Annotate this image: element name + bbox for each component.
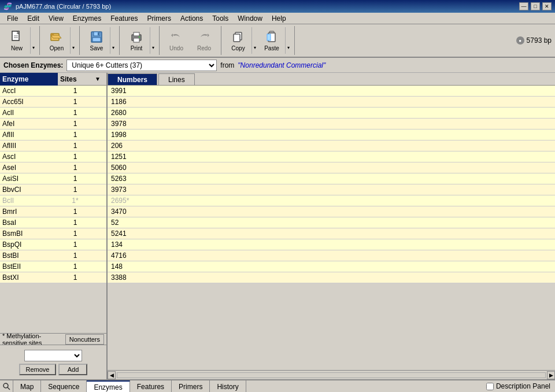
enzyme-row[interactable]: BstBI1	[0, 250, 106, 261]
menu-help[interactable]: Help	[267, 13, 291, 24]
enzyme-row[interactable]: AclI1	[0, 108, 106, 119]
menu-tools[interactable]: Tools	[208, 13, 233, 24]
enzyme-name: BstEII	[0, 262, 58, 271]
enzyme-sites: 1	[58, 153, 92, 161]
svg-point-11	[139, 36, 140, 38]
menu-file[interactable]: File	[2, 13, 23, 24]
undo-button[interactable]: Undo	[163, 27, 190, 54]
enzyme-sites: 1	[58, 273, 92, 282]
bottom-tab-history[interactable]: History	[210, 380, 246, 392]
enzyme-name: BsaI	[0, 219, 58, 227]
enzyme-row[interactable]: AccI1	[0, 86, 106, 97]
bottom-tab-enzymes[interactable]: Enzymes	[87, 380, 130, 392]
enzyme-row[interactable]: BmrI1	[0, 206, 106, 217]
methylation-note: * Methylation-sensitive sites Noncutters	[0, 333, 106, 345]
enzyme-row[interactable]: AfeI1	[0, 119, 106, 130]
copy-button[interactable]: Copy	[225, 27, 251, 54]
save-arrow[interactable]: ▾	[110, 27, 116, 54]
enzyme-row[interactable]: BspQI1	[0, 239, 106, 250]
enzyme-row[interactable]: BbvCI1	[0, 184, 106, 195]
tab-numbers[interactable]: Numbers	[108, 73, 157, 85]
enzyme-row[interactable]: AscI1	[0, 151, 106, 162]
horizontal-scrollbar[interactable]: ◀ ▶	[108, 370, 555, 379]
enzyme-sites: 1	[58, 109, 92, 117]
noncutters-button[interactable]: Noncutters	[65, 334, 104, 345]
enzyme-name: AseI	[0, 164, 58, 172]
menu-primers[interactable]: Primers	[143, 13, 176, 24]
scroll-right[interactable]: ▶	[547, 371, 555, 379]
bp-indicator: ● 5793 bp	[516, 36, 552, 45]
enzyme-name: BmrI	[0, 208, 58, 216]
menu-edit[interactable]: Edit	[23, 13, 44, 24]
enzyme-name: BclI	[0, 197, 58, 205]
status-bar: MapSequenceEnzymesFeaturesPrimersHistory…	[0, 379, 555, 392]
toolbar-undo-redo-group: Undo Redo	[163, 26, 221, 55]
number-row: 2680	[108, 108, 555, 119]
menu-enzymes[interactable]: Enzymes	[68, 13, 106, 24]
open-icon	[50, 30, 64, 44]
numbers-panel[interactable]: 3991118626803978199820612515060526339732…	[108, 86, 555, 370]
enzyme-row[interactable]: BsmBI1	[0, 228, 106, 239]
enzyme-sites: 1*	[58, 197, 92, 205]
enzyme-name: BstXI	[0, 273, 58, 282]
enzyme-select[interactable]: Unique 6+ Cutters (37)	[66, 60, 217, 71]
enzyme-name: BbvCI	[0, 186, 58, 194]
copy-arrow[interactable]: ▾	[251, 27, 257, 54]
bottom-tab-map[interactable]: Map	[13, 380, 41, 392]
enzyme-row[interactable]: BsaI1	[0, 217, 106, 228]
menu-window[interactable]: Window	[233, 13, 267, 24]
number-row: 3991	[108, 86, 555, 97]
enzyme-row[interactable]: AseI1	[0, 162, 106, 173]
menu-features[interactable]: Features	[106, 13, 142, 24]
open-arrow[interactable]: ▾	[70, 27, 76, 54]
menu-actions[interactable]: Actions	[176, 13, 208, 24]
number-row: 5241	[108, 228, 555, 239]
bottom-tab-features[interactable]: Features	[130, 380, 172, 392]
title-bar: 🧬 pAJM677.dna (Circular / 5793 bp) — □ ✕	[0, 0, 555, 13]
svg-rect-16	[267, 34, 271, 40]
bottom-tab-primers[interactable]: Primers	[172, 380, 210, 392]
print-arrow[interactable]: ▾	[150, 27, 156, 54]
open-button[interactable]: Open	[43, 27, 70, 54]
remove-button[interactable]: Remove	[19, 364, 57, 375]
close-button[interactable]: ✕	[542, 2, 552, 10]
bp-circle-icon: ●	[516, 36, 524, 45]
menu-view[interactable]: View	[44, 13, 68, 24]
enzyme-name: AfeI	[0, 120, 58, 128]
minimize-button[interactable]: —	[519, 2, 528, 10]
sort-button[interactable]: ▼	[92, 73, 103, 86]
number-row: 2695*	[108, 195, 555, 206]
enzyme-row[interactable]: AflIII1	[0, 140, 106, 151]
new-arrow[interactable]: ▾	[30, 27, 36, 54]
enzyme-row[interactable]: Acc65I1	[0, 97, 106, 108]
search-bottom-button[interactable]	[0, 380, 13, 392]
description-panel-checkbox[interactable]	[486, 383, 494, 390]
paste-arrow[interactable]: ▾	[285, 27, 291, 54]
svg-rect-10	[134, 38, 139, 42]
paste-button[interactable]: Paste	[258, 27, 285, 54]
save-label: Save	[90, 45, 103, 51]
enzyme-row[interactable]: BstXI1	[0, 272, 106, 283]
enzyme-row[interactable]: AsiSI1	[0, 173, 106, 184]
enzyme-input-select[interactable]	[24, 350, 82, 361]
print-button[interactable]: Print	[123, 27, 150, 54]
toolbar: New ▾ Open ▾	[0, 24, 555, 58]
enzyme-row[interactable]: BstEII1	[0, 261, 106, 272]
toolbar-copy-paste-group: Copy ▾ Paste ▾	[225, 26, 295, 55]
bottom-tab-sequence[interactable]: Sequence	[41, 380, 87, 392]
number-row: 3388	[108, 272, 555, 283]
redo-button[interactable]: Redo	[191, 27, 217, 54]
maximize-button[interactable]: □	[531, 2, 540, 10]
enzyme-row[interactable]: AflII1	[0, 130, 106, 140]
tab-lines[interactable]: Lines	[158, 73, 195, 85]
toolbar-open-group: Open ▾	[43, 26, 80, 55]
scroll-left[interactable]: ◀	[108, 371, 116, 379]
save-button[interactable]: Save	[83, 27, 110, 54]
new-button[interactable]: New	[3, 27, 30, 54]
enzyme-row[interactable]: BclI1*	[0, 195, 106, 206]
add-button[interactable]: Add	[58, 364, 87, 375]
enzyme-sites: 1	[58, 208, 92, 216]
svg-rect-9	[134, 32, 139, 36]
description-panel-area: Description Panel	[486, 382, 555, 390]
enzyme-column-header[interactable]: Enzyme	[0, 73, 58, 86]
